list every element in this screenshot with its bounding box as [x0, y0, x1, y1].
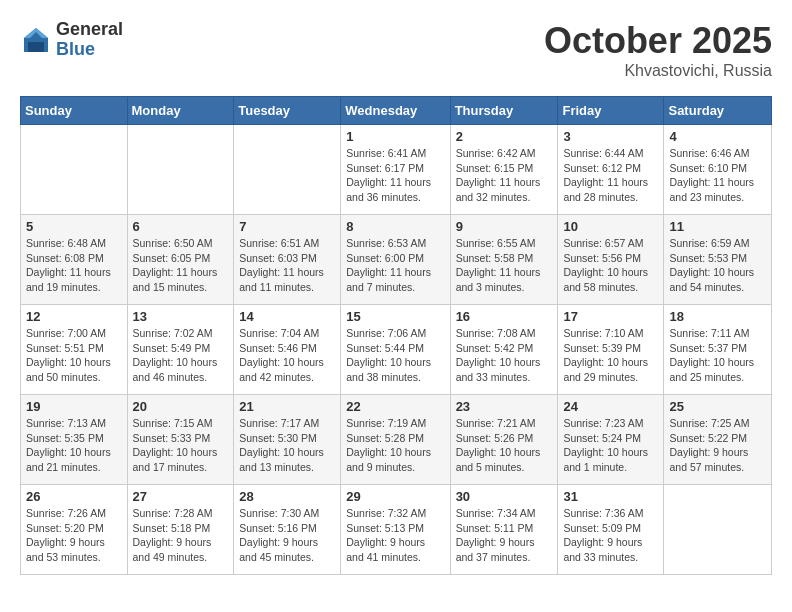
day-info: Sunrise: 7:34 AM Sunset: 5:11 PM Dayligh… — [456, 506, 553, 565]
day-info: Sunrise: 6:59 AM Sunset: 5:53 PM Dayligh… — [669, 236, 766, 295]
day-info: Sunrise: 7:00 AM Sunset: 5:51 PM Dayligh… — [26, 326, 122, 385]
day-info: Sunrise: 7:15 AM Sunset: 5:33 PM Dayligh… — [133, 416, 229, 475]
day-number: 17 — [563, 309, 658, 324]
day-number: 26 — [26, 489, 122, 504]
day-of-week-header: Sunday — [21, 97, 128, 125]
calendar-cell: 8Sunrise: 6:53 AM Sunset: 6:00 PM Daylig… — [341, 215, 450, 305]
calendar-week-row: 19Sunrise: 7:13 AM Sunset: 5:35 PM Dayli… — [21, 395, 772, 485]
calendar-cell: 13Sunrise: 7:02 AM Sunset: 5:49 PM Dayli… — [127, 305, 234, 395]
calendar-cell: 28Sunrise: 7:30 AM Sunset: 5:16 PM Dayli… — [234, 485, 341, 575]
day-number: 31 — [563, 489, 658, 504]
day-number: 25 — [669, 399, 766, 414]
day-of-week-header: Wednesday — [341, 97, 450, 125]
day-info: Sunrise: 6:46 AM Sunset: 6:10 PM Dayligh… — [669, 146, 766, 205]
calendar-week-row: 1Sunrise: 6:41 AM Sunset: 6:17 PM Daylig… — [21, 125, 772, 215]
location: Khvastovichi, Russia — [544, 62, 772, 80]
calendar-cell: 11Sunrise: 6:59 AM Sunset: 5:53 PM Dayli… — [664, 215, 772, 305]
calendar-cell: 3Sunrise: 6:44 AM Sunset: 6:12 PM Daylig… — [558, 125, 664, 215]
day-info: Sunrise: 7:36 AM Sunset: 5:09 PM Dayligh… — [563, 506, 658, 565]
day-number: 27 — [133, 489, 229, 504]
day-number: 5 — [26, 219, 122, 234]
title-block: October 2025 Khvastovichi, Russia — [544, 20, 772, 80]
day-info: Sunrise: 7:28 AM Sunset: 5:18 PM Dayligh… — [133, 506, 229, 565]
calendar-cell: 4Sunrise: 6:46 AM Sunset: 6:10 PM Daylig… — [664, 125, 772, 215]
day-number: 18 — [669, 309, 766, 324]
calendar-table: SundayMondayTuesdayWednesdayThursdayFrid… — [20, 96, 772, 575]
day-number: 20 — [133, 399, 229, 414]
calendar-cell: 25Sunrise: 7:25 AM Sunset: 5:22 PM Dayli… — [664, 395, 772, 485]
day-info: Sunrise: 7:11 AM Sunset: 5:37 PM Dayligh… — [669, 326, 766, 385]
calendar-header-row: SundayMondayTuesdayWednesdayThursdayFrid… — [21, 97, 772, 125]
day-number: 16 — [456, 309, 553, 324]
calendar-cell: 7Sunrise: 6:51 AM Sunset: 6:03 PM Daylig… — [234, 215, 341, 305]
day-number: 12 — [26, 309, 122, 324]
calendar-cell — [21, 125, 128, 215]
calendar-cell: 5Sunrise: 6:48 AM Sunset: 6:08 PM Daylig… — [21, 215, 128, 305]
calendar-cell: 6Sunrise: 6:50 AM Sunset: 6:05 PM Daylig… — [127, 215, 234, 305]
day-number: 4 — [669, 129, 766, 144]
day-info: Sunrise: 7:26 AM Sunset: 5:20 PM Dayligh… — [26, 506, 122, 565]
day-info: Sunrise: 6:50 AM Sunset: 6:05 PM Dayligh… — [133, 236, 229, 295]
day-info: Sunrise: 7:08 AM Sunset: 5:42 PM Dayligh… — [456, 326, 553, 385]
calendar-cell — [234, 125, 341, 215]
calendar-cell: 22Sunrise: 7:19 AM Sunset: 5:28 PM Dayli… — [341, 395, 450, 485]
calendar-cell: 30Sunrise: 7:34 AM Sunset: 5:11 PM Dayli… — [450, 485, 558, 575]
day-number: 28 — [239, 489, 335, 504]
day-info: Sunrise: 7:13 AM Sunset: 5:35 PM Dayligh… — [26, 416, 122, 475]
day-info: Sunrise: 7:30 AM Sunset: 5:16 PM Dayligh… — [239, 506, 335, 565]
calendar-cell: 16Sunrise: 7:08 AM Sunset: 5:42 PM Dayli… — [450, 305, 558, 395]
calendar-week-row: 26Sunrise: 7:26 AM Sunset: 5:20 PM Dayli… — [21, 485, 772, 575]
calendar-cell: 9Sunrise: 6:55 AM Sunset: 5:58 PM Daylig… — [450, 215, 558, 305]
day-info: Sunrise: 6:42 AM Sunset: 6:15 PM Dayligh… — [456, 146, 553, 205]
logo-icon — [20, 24, 52, 56]
calendar-cell: 24Sunrise: 7:23 AM Sunset: 5:24 PM Dayli… — [558, 395, 664, 485]
logo-blue: Blue — [56, 40, 123, 60]
day-number: 19 — [26, 399, 122, 414]
calendar-cell: 1Sunrise: 6:41 AM Sunset: 6:17 PM Daylig… — [341, 125, 450, 215]
day-info: Sunrise: 7:23 AM Sunset: 5:24 PM Dayligh… — [563, 416, 658, 475]
day-info: Sunrise: 7:10 AM Sunset: 5:39 PM Dayligh… — [563, 326, 658, 385]
day-number: 1 — [346, 129, 444, 144]
day-number: 24 — [563, 399, 658, 414]
day-info: Sunrise: 7:25 AM Sunset: 5:22 PM Dayligh… — [669, 416, 766, 475]
day-info: Sunrise: 7:19 AM Sunset: 5:28 PM Dayligh… — [346, 416, 444, 475]
calendar-cell: 15Sunrise: 7:06 AM Sunset: 5:44 PM Dayli… — [341, 305, 450, 395]
day-number: 11 — [669, 219, 766, 234]
day-info: Sunrise: 6:55 AM Sunset: 5:58 PM Dayligh… — [456, 236, 553, 295]
day-number: 10 — [563, 219, 658, 234]
day-number: 7 — [239, 219, 335, 234]
calendar-cell: 10Sunrise: 6:57 AM Sunset: 5:56 PM Dayli… — [558, 215, 664, 305]
calendar-cell: 19Sunrise: 7:13 AM Sunset: 5:35 PM Dayli… — [21, 395, 128, 485]
day-number: 3 — [563, 129, 658, 144]
day-info: Sunrise: 7:21 AM Sunset: 5:26 PM Dayligh… — [456, 416, 553, 475]
day-info: Sunrise: 6:57 AM Sunset: 5:56 PM Dayligh… — [563, 236, 658, 295]
calendar-cell: 29Sunrise: 7:32 AM Sunset: 5:13 PM Dayli… — [341, 485, 450, 575]
day-info: Sunrise: 7:06 AM Sunset: 5:44 PM Dayligh… — [346, 326, 444, 385]
day-of-week-header: Monday — [127, 97, 234, 125]
logo: General Blue — [20, 20, 123, 60]
logo-text: General Blue — [56, 20, 123, 60]
page-header: General Blue October 2025 Khvastovichi, … — [20, 20, 772, 80]
calendar-cell: 31Sunrise: 7:36 AM Sunset: 5:09 PM Dayli… — [558, 485, 664, 575]
day-info: Sunrise: 6:51 AM Sunset: 6:03 PM Dayligh… — [239, 236, 335, 295]
day-info: Sunrise: 6:53 AM Sunset: 6:00 PM Dayligh… — [346, 236, 444, 295]
day-number: 2 — [456, 129, 553, 144]
day-number: 29 — [346, 489, 444, 504]
calendar-cell: 14Sunrise: 7:04 AM Sunset: 5:46 PM Dayli… — [234, 305, 341, 395]
day-number: 14 — [239, 309, 335, 324]
day-number: 15 — [346, 309, 444, 324]
day-number: 21 — [239, 399, 335, 414]
day-info: Sunrise: 6:48 AM Sunset: 6:08 PM Dayligh… — [26, 236, 122, 295]
calendar-cell: 23Sunrise: 7:21 AM Sunset: 5:26 PM Dayli… — [450, 395, 558, 485]
day-number: 13 — [133, 309, 229, 324]
day-info: Sunrise: 6:44 AM Sunset: 6:12 PM Dayligh… — [563, 146, 658, 205]
calendar-cell: 12Sunrise: 7:00 AM Sunset: 5:51 PM Dayli… — [21, 305, 128, 395]
calendar-cell: 17Sunrise: 7:10 AM Sunset: 5:39 PM Dayli… — [558, 305, 664, 395]
day-info: Sunrise: 7:17 AM Sunset: 5:30 PM Dayligh… — [239, 416, 335, 475]
day-info: Sunrise: 7:32 AM Sunset: 5:13 PM Dayligh… — [346, 506, 444, 565]
calendar-cell: 18Sunrise: 7:11 AM Sunset: 5:37 PM Dayli… — [664, 305, 772, 395]
day-number: 22 — [346, 399, 444, 414]
day-number: 30 — [456, 489, 553, 504]
day-of-week-header: Friday — [558, 97, 664, 125]
day-number: 23 — [456, 399, 553, 414]
